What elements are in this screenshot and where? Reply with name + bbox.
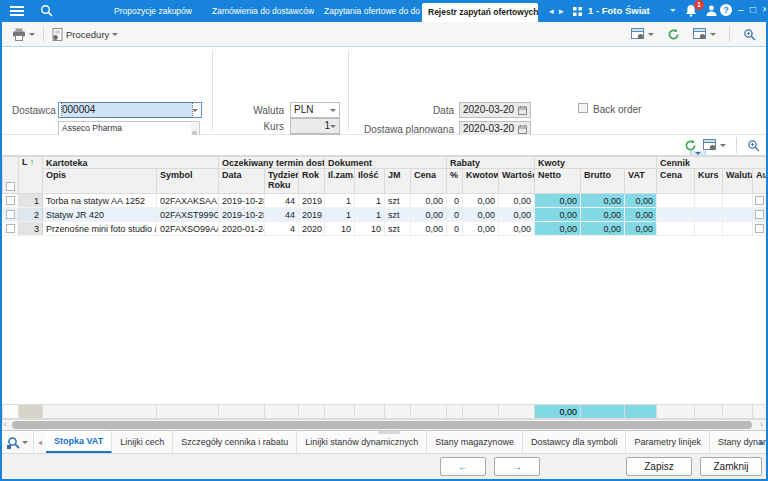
sort-ascending-icon: ↑ [30, 157, 35, 167]
grid-settings-chevron-down-icon[interactable] [648, 33, 654, 39]
procedury-button[interactable]: Procedury [48, 26, 122, 43]
calendar-icon[interactable] [518, 125, 527, 134]
print-button[interactable] [8, 26, 39, 43]
minimize-button[interactable]: – [738, 4, 744, 15]
tab-stopka-vat[interactable]: Stopka VAT [46, 431, 112, 453]
col-rok[interactable]: Rok [299, 169, 325, 194]
tab-stany-dynamiczne[interactable]: Stany dynamiczne [710, 431, 766, 453]
close-button[interactable]: × [762, 4, 768, 15]
grid-columns-chevron-down-icon[interactable] [720, 144, 726, 150]
help-icon[interactable]: ? [720, 4, 732, 16]
col-kwotowy[interactable]: Kwotowy [463, 169, 499, 194]
table-row[interactable]: 3 Przenośne mini foto studio /czarny 02F… [3, 222, 767, 236]
scroll-right-icon[interactable]: › [760, 420, 763, 429]
horizontal-scrollbar[interactable]: ‹ › [2, 419, 766, 430]
workspace-title: 1 - Foto Świat [588, 5, 650, 16]
close-document-button[interactable]: Zamknij [700, 457, 762, 476]
previous-record-button[interactable]: ← [440, 457, 486, 476]
table-row[interactable]: 2 Statyw JR 420 02FAXST999GIOT 2019-10-2… [3, 208, 767, 222]
detail-search-icon[interactable] [2, 431, 34, 453]
col-opis[interactable]: Opis [43, 169, 157, 194]
notification-badge: 1 [694, 0, 704, 10]
col-cena[interactable]: Cena [411, 169, 447, 194]
col-tydzien-roku[interactable]: Tydzień Roku [265, 169, 299, 194]
kurs-select[interactable]: 1 [290, 118, 340, 134]
tab-zapytania-ofertowe[interactable]: Zapytania ofertowe do dostawców [324, 6, 420, 16]
waluta-chevron-down-icon[interactable] [330, 109, 336, 115]
col-ilosc[interactable]: Ilość [355, 169, 385, 194]
tab-scroll-right-icon[interactable]: ▸ [559, 6, 564, 16]
scrollbar-thumb[interactable] [12, 421, 752, 429]
detail-search-chevron-down-icon[interactable] [22, 441, 28, 447]
col-brutto[interactable]: Brutto [581, 169, 625, 194]
grid-zoom-button[interactable] [747, 139, 760, 152]
col-group-kwoty[interactable]: Kwoty [535, 157, 657, 169]
waluta-label: Waluta [218, 105, 284, 116]
maximize-button[interactable]: □ [750, 4, 756, 15]
col-data[interactable]: Data [219, 169, 265, 194]
tab-szczegoly-cennika[interactable]: Szczegóły cennika i rabatu [173, 431, 297, 453]
procedury-chevron-down-icon[interactable] [112, 33, 118, 39]
col-group-rabaty[interactable]: Rabaty [447, 157, 535, 169]
waluta-select[interactable]: PLN [290, 102, 340, 118]
tab-dostawcy-dla-symboli[interactable]: Dostawcy dla symboli [523, 431, 627, 453]
refresh-button[interactable] [663, 26, 684, 43]
col-cennik-waluta[interactable]: Waluta [723, 169, 753, 194]
form-divider-1 [212, 50, 213, 131]
tab-propozycje-zakupow[interactable]: Propozycje zakupów [114, 6, 192, 16]
grid-refresh-button[interactable] [684, 139, 697, 152]
grid-settings-chevron-down-icon2[interactable] [710, 33, 716, 39]
top-bar: Propozycje zakupów Zamówienia do dostawc… [2, 0, 766, 22]
col-group-cennik[interactable]: Cennik [657, 157, 767, 169]
col-wartosc[interactable]: Wartość [499, 169, 535, 194]
col-netto[interactable]: Netto [535, 169, 581, 194]
col-ilzam[interactable]: Il.zam. [325, 169, 355, 194]
menu-icon[interactable] [10, 6, 24, 16]
print-chevron-down-icon[interactable] [29, 33, 35, 39]
tab-linijki-cech[interactable]: Linijki cech [112, 431, 173, 453]
workspace-chevron-down-icon[interactable] [670, 9, 676, 15]
grid-settings-button-1[interactable] [627, 26, 658, 42]
row-checkbox[interactable] [6, 224, 15, 233]
next-record-button[interactable]: → [494, 457, 540, 476]
back-order-checkbox[interactable] [578, 103, 588, 113]
row-checkbox[interactable] [6, 196, 15, 205]
col-vat[interactable]: VAT [625, 169, 657, 194]
tab-rejestr-zapytan-active[interactable]: Rejestr zapytań ofertowych do dos [422, 3, 538, 22]
col-procent[interactable]: % [447, 169, 463, 194]
auto-checkbox[interactable] [755, 224, 764, 233]
col-group-dokument[interactable]: Dokument [325, 157, 447, 169]
tab-zamowienia-do-dostawcow[interactable]: Zamówienia do dostawców [212, 6, 314, 16]
expand-side-panel-icon[interactable]: ‹ [762, 171, 765, 181]
dostawca-combobox[interactable]: 000004 [58, 102, 202, 118]
zoom-search-button[interactable] [739, 26, 760, 43]
auto-checkbox[interactable] [755, 210, 764, 219]
splitter-grip[interactable] [378, 431, 400, 434]
row-checkbox[interactable] [6, 210, 15, 219]
tab-parametry-linijek[interactable]: Parametry linijek [626, 431, 710, 453]
dostawca-chevron-down-icon[interactable] [192, 109, 198, 115]
table-row[interactable]: 1 Torba na statyw AA 1252 02FAXAKSAA125 … [3, 194, 767, 208]
col-symbol[interactable]: Symbol [157, 169, 219, 194]
col-group-lp[interactable]: L [22, 157, 27, 167]
auto-checkbox[interactable] [755, 196, 764, 205]
col-cennik-kurs[interactable]: Kurs [695, 169, 723, 194]
calendar-icon[interactable] [518, 106, 527, 115]
scroll-left-icon[interactable]: ‹ [4, 420, 7, 429]
grid-columns-button[interactable] [703, 139, 726, 151]
select-all-checkbox[interactable] [6, 182, 15, 191]
tab-scroll-left-icon[interactable]: ◂ [549, 6, 554, 16]
grid-settings-button-2[interactable] [689, 26, 720, 42]
detail-tabs-back-icon[interactable]: ◂ [34, 431, 46, 453]
back-order-label: Back order [593, 104, 641, 115]
tab-stany-magazynowe[interactable]: Stany magazynowe [427, 431, 523, 453]
col-cennik-cena[interactable]: Cena [657, 169, 695, 194]
data-field[interactable]: 2020-03-20 [459, 102, 531, 118]
save-button[interactable]: Zapisz [626, 457, 692, 476]
col-jm[interactable]: JM [385, 169, 411, 194]
detail-tabs-forward-icon[interactable]: ▸ [760, 438, 764, 447]
kurs-chevron-down-icon[interactable] [330, 125, 336, 131]
col-group-termin[interactable]: Oczekiwany termin dostawy [219, 157, 325, 169]
tab-linijki-stanow[interactable]: Linijki stanów dynamicznych [297, 431, 427, 453]
col-group-kartoteka[interactable]: Kartoteka [43, 157, 219, 169]
